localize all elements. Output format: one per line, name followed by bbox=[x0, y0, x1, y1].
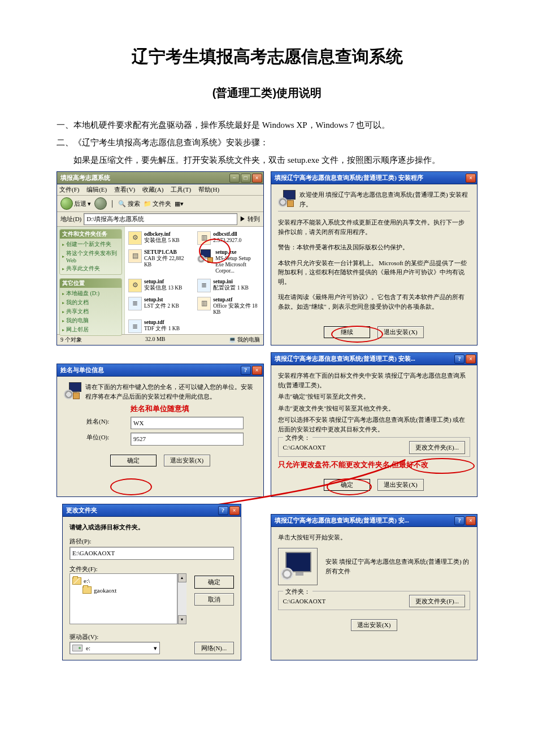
folders-label: 文件夹(F): bbox=[70, 564, 234, 574]
tdf-icon: ≣ bbox=[128, 319, 142, 333]
folder-path: C:\GAOKAOXT bbox=[283, 597, 326, 606]
go-button[interactable]: ▶ 转到 bbox=[240, 215, 260, 223]
path-label: 路径(P): bbox=[70, 537, 234, 546]
change-folder-button[interactable]: 更改文件夹(E)... bbox=[409, 441, 465, 454]
menu-favorites[interactable]: 收藏(A) bbox=[142, 186, 163, 193]
folder-path: C:\GAOKAOXT bbox=[283, 443, 326, 452]
drive-combo[interactable]: e: ▾ bbox=[70, 642, 160, 655]
tb-search[interactable]: 🔍 搜索 bbox=[118, 200, 140, 208]
close-button[interactable]: × bbox=[466, 355, 476, 364]
userinfo-title: 姓名与单位信息 bbox=[60, 366, 104, 374]
minimize-button[interactable]: − bbox=[229, 174, 240, 183]
paragraph-2: 二、《辽宁考生填报高考志愿信息查询系统》安装步骤： bbox=[57, 135, 477, 150]
annotation-circle bbox=[110, 478, 152, 495]
close-button[interactable]: × bbox=[466, 516, 476, 525]
menu-help[interactable]: 帮助(H) bbox=[198, 186, 219, 193]
destdir-line: 单击"确定"按钮可装至此文件夹。 bbox=[278, 392, 471, 401]
file-item[interactable]: ▥odbcstf.dll2.573.2927.0 bbox=[196, 230, 261, 246]
status-size: 32.0 MB bbox=[145, 336, 166, 344]
file-setup-exe[interactable]: setup.exeMS-Setup Setup Exe Microsoft Co… bbox=[196, 248, 261, 275]
name-field[interactable]: WX bbox=[131, 417, 244, 430]
monitor-icon bbox=[282, 552, 314, 579]
tasks-header: 文件和文件夹任务 bbox=[60, 230, 121, 239]
destdir-window: 填报辽宁高考志愿信息查询系统(普通理工类) 安装... ? × 安装程序将在下面… bbox=[271, 352, 478, 497]
warn-text: 现在请阅读《最终用户许可协议》。它包含了有关本软件产品的所有条款。如选"继续"，… bbox=[278, 292, 471, 311]
annotation-note: 姓名和单位随意填 bbox=[131, 404, 189, 413]
setup-welcome-window: 填报辽宁高考志愿信息查询系统(普通理工类) 安装程序 × 欢迎使用 填报辽宁高考… bbox=[271, 171, 478, 345]
place-item[interactable]: 我的文档 bbox=[62, 298, 119, 307]
ok-button[interactable]: 确定 bbox=[110, 455, 157, 466]
continue-button[interactable]: 继续 bbox=[324, 326, 370, 338]
paragraph-3: 如果是压缩文件，要先解压。打开安装系统文件夹，双击 setup.exe 文件，按… bbox=[57, 153, 477, 168]
file-item[interactable]: ▥setup.stfOffice 安装文件 18 KB bbox=[196, 296, 261, 317]
menu-bar: 文件(F) 编辑(E) 查看(V) 收藏(A) 工具(T) 帮助(H) bbox=[57, 184, 263, 196]
file-item[interactable]: ⚙setup.inf安装信息 13 KB bbox=[127, 278, 192, 293]
cab-icon: ▤ bbox=[128, 249, 142, 263]
file-item[interactable]: ≣setup.lstLST 文件 2 KB bbox=[127, 296, 192, 317]
file-item[interactable]: ⚙odbckey.inf安装信息 5 KB bbox=[127, 230, 192, 246]
help-button[interactable]: ? bbox=[454, 516, 464, 525]
destdir-title: 填报辽宁高考志愿信息查询系统(普通理工类) 安装... bbox=[275, 355, 415, 363]
help-button[interactable]: ? bbox=[454, 355, 464, 364]
ok-button[interactable]: 确定 bbox=[324, 479, 370, 491]
nav-back[interactable]: 后退 ▾ bbox=[60, 197, 91, 210]
other-places-header: 其它位置 bbox=[60, 279, 121, 288]
place-item[interactable]: 本地磁盘 (D:) bbox=[62, 289, 119, 298]
changefolder-intro: 请键入或选择目标文件夹。 bbox=[70, 522, 234, 532]
begin-window: 填报辽宁高考志愿信息查询系统(普通理工类) 安... ? × 单击大按钮可开始安… bbox=[271, 514, 478, 660]
folder-icon bbox=[72, 577, 81, 585]
changefolder-window: 更改文件夹 ? × 请键入或选择目标文件夹。 路径(P): E:\GAOKAOX… bbox=[62, 504, 241, 660]
file-item[interactable]: ≣setup.tdfTDF 文件 1 KB bbox=[127, 318, 192, 334]
help-button[interactable]: ? bbox=[241, 366, 251, 375]
task-item[interactable]: 共享此文件夹 bbox=[62, 264, 119, 273]
nav-forward[interactable] bbox=[94, 197, 107, 210]
place-item[interactable]: 网上邻居 bbox=[62, 325, 119, 334]
exit-install-button[interactable]: 退出安装(X) bbox=[377, 479, 424, 491]
tb-views-icon[interactable]: ▦▾ bbox=[175, 200, 184, 208]
exit-install-button[interactable]: 退出安装(X) bbox=[351, 619, 397, 631]
exit-install-button[interactable]: 退出安装(X) bbox=[377, 326, 424, 338]
menu-edit[interactable]: 编辑(E) bbox=[86, 186, 107, 193]
address-field[interactable]: D:\填报高考志愿系统 bbox=[84, 213, 237, 225]
menu-view[interactable]: 查看(V) bbox=[114, 186, 135, 193]
folder-tree[interactable]: e:\ gaokaoxt bbox=[70, 573, 177, 624]
name-label: 姓名(N): bbox=[86, 417, 126, 430]
file-item[interactable]: ▤SETUP1.CABCAB 文件 22,882 KB bbox=[127, 248, 192, 275]
task-item[interactable]: 创建一个新文件夹 bbox=[62, 240, 119, 249]
place-item[interactable]: 我的电脑 bbox=[62, 316, 119, 325]
org-field[interactable]: 9527 bbox=[131, 433, 244, 446]
place-item[interactable]: 共享文档 bbox=[62, 307, 119, 316]
destdir-line: 单击"更改文件夹"按钮可装至其他文件夹。 bbox=[278, 404, 471, 413]
folder-group: 文件夹： C:\GAOKAOXT 更改文件夹(E)... bbox=[278, 437, 471, 457]
close-button[interactable]: × bbox=[252, 366, 262, 375]
help-button[interactable]: ? bbox=[218, 506, 228, 515]
warn-text: 警告：本软件受著作权法及国际版权公约保护。 bbox=[278, 243, 471, 252]
network-button[interactable]: 网络(N)... bbox=[194, 642, 234, 655]
big-install-button[interactable] bbox=[278, 548, 318, 585]
change-folder-button[interactable]: 更改文件夹(F)... bbox=[409, 595, 465, 608]
path-field[interactable]: E:\GAOKAOXT bbox=[70, 547, 234, 560]
scrollbar[interactable]: ▴▾ bbox=[177, 573, 186, 624]
maximize-button[interactable]: □ bbox=[241, 174, 251, 183]
address-label: 地址(D) bbox=[60, 215, 81, 223]
cancel-button[interactable]: 取消 bbox=[194, 593, 234, 606]
close-button[interactable]: × bbox=[252, 174, 262, 183]
exit-install-button[interactable]: 退出安装(X) bbox=[164, 455, 210, 466]
org-label: 单位(O): bbox=[86, 433, 126, 446]
menu-file[interactable]: 文件(F) bbox=[59, 186, 79, 193]
close-button[interactable]: × bbox=[466, 174, 476, 183]
menu-tools[interactable]: 工具(T) bbox=[171, 186, 191, 193]
install-desc: 安装 填报辽宁高考志愿信息查询系统(普通理工类) 的所有文件 bbox=[325, 557, 471, 576]
lst-icon: ≣ bbox=[128, 297, 142, 310]
page-subtitle: (普通理工类)使用说明 bbox=[57, 85, 477, 101]
file-item[interactable]: ≣setup.ini配置设置 1 KB bbox=[196, 278, 261, 293]
status-objects: 9 个对象 bbox=[60, 336, 82, 344]
tb-folders[interactable]: 📁 文件夹 bbox=[144, 200, 172, 208]
destdir-line: 您可以选择不安装 填报辽宁高考志愿信息查询系统(普通理工类) 或在后面的安装过程… bbox=[278, 415, 471, 434]
userinfo-window: 姓名与单位信息 ? × 请在下面的方框中键入您的全名，还可以键入您的单位。安装程… bbox=[57, 364, 264, 497]
ok-button[interactable]: 确定 bbox=[194, 576, 234, 589]
task-item[interactable]: 将这个文件夹发布到 Web bbox=[62, 249, 119, 264]
drive-label: 驱动器(V): bbox=[70, 632, 234, 642]
close-button[interactable]: × bbox=[229, 506, 240, 515]
folder-group: 文件夹： C:\GAOKAOXT 更改文件夹(F)... bbox=[278, 591, 471, 611]
